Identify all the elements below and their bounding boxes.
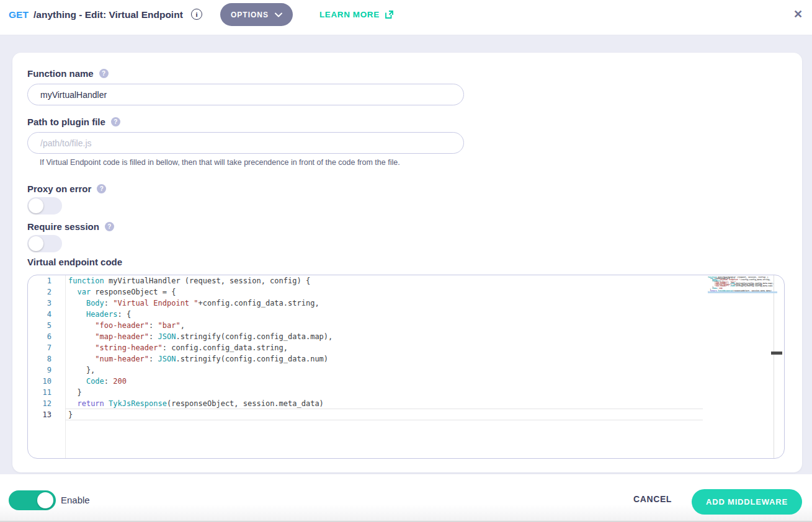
proxy-on-error-label: Proxy on error bbox=[27, 184, 91, 194]
info-icon[interactable]: i bbox=[191, 9, 202, 20]
plugin-path-label: Path to plugin file bbox=[27, 117, 105, 127]
cancel-button[interactable]: CANCEL bbox=[633, 494, 672, 504]
page-title: /anything - Edit: Virtual Endpoint bbox=[33, 9, 183, 20]
options-button[interactable]: OPTIONS bbox=[220, 3, 293, 26]
require-session-toggle[interactable] bbox=[27, 235, 62, 252]
minimap-viewport-indicator[interactable] bbox=[708, 291, 777, 293]
require-session-label: Require session bbox=[27, 221, 99, 232]
function-name-help-icon[interactable]: ? bbox=[99, 69, 109, 78]
external-link-icon bbox=[385, 10, 394, 19]
close-button[interactable]: ✕ bbox=[793, 7, 803, 21]
editor-code[interactable]: function myVirtualHandler (request, sess… bbox=[68, 275, 697, 458]
options-button-label: OPTIONS bbox=[231, 11, 269, 19]
plugin-path-label-row: Path to plugin file ? bbox=[27, 116, 120, 127]
toggle-knob bbox=[37, 492, 53, 508]
enable-label: Enable bbox=[61, 495, 90, 505]
proxy-on-error-help-icon[interactable]: ? bbox=[97, 184, 106, 193]
proxy-on-error-label-row: Proxy on error ? bbox=[27, 183, 106, 194]
enable-toggle[interactable] bbox=[9, 490, 56, 510]
virtual-endpoint-code-label: Virtual endpoint code bbox=[27, 257, 122, 267]
http-method-badge: GET bbox=[9, 9, 29, 20]
editor-minimap[interactable]: function myVirtualHandler (request, sess… bbox=[708, 276, 777, 450]
proxy-on-error-toggle[interactable] bbox=[27, 197, 62, 215]
toggle-knob bbox=[29, 236, 43, 251]
require-session-help-icon[interactable]: ? bbox=[105, 222, 114, 231]
function-name-input[interactable] bbox=[27, 84, 464, 105]
learn-more-link[interactable]: LEARN MORE bbox=[319, 10, 394, 19]
chevron-down-icon bbox=[275, 12, 282, 17]
function-name-label: Function name bbox=[27, 68, 94, 79]
toggle-knob bbox=[29, 198, 43, 213]
header-bar: GET /anything - Edit: Virtual Endpoint i… bbox=[0, 0, 812, 35]
editor-gutter: 12345678910111213 bbox=[28, 275, 66, 458]
learn-more-label: LEARN MORE bbox=[319, 10, 380, 19]
scrollbar-thumb[interactable] bbox=[771, 352, 782, 355]
virtual-endpoint-code-label-row: Virtual endpoint code bbox=[27, 256, 122, 267]
editor-minimap-content: function myVirtualHandler (request, sess… bbox=[708, 276, 777, 293]
plugin-path-help-icon[interactable]: ? bbox=[111, 117, 120, 126]
footer-bar: Enable CANCEL ADD MIDDLEWARE bbox=[0, 474, 812, 522]
plugin-path-helper-text: If Virtual Endpoint code is filled in be… bbox=[40, 158, 400, 167]
plugin-path-input[interactable] bbox=[27, 132, 464, 154]
function-name-label-row: Function name ? bbox=[27, 68, 109, 79]
require-session-label-row: Require session ? bbox=[27, 221, 114, 232]
main-panel: Function name ? Path to plugin file ? If… bbox=[0, 35, 812, 474]
code-editor[interactable]: 12345678910111213 function myVirtualHand… bbox=[27, 275, 785, 459]
add-middleware-button[interactable]: ADD MIDDLEWARE bbox=[692, 489, 802, 515]
middleware-form-card: Function name ? Path to plugin file ? If… bbox=[12, 53, 802, 472]
